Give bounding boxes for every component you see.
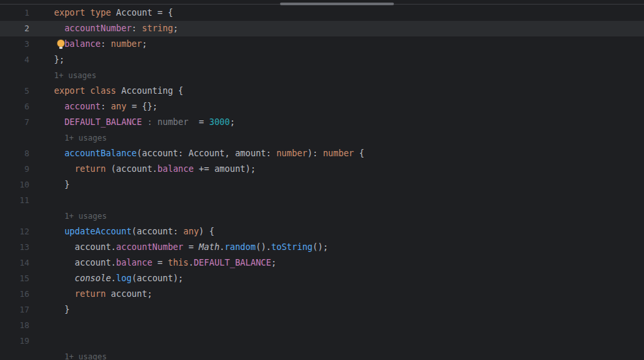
- usages-hint-row[interactable]: 1+ usages: [0, 349, 644, 360]
- token-def: ;: [230, 117, 235, 127]
- line-number[interactable]: 10: [0, 177, 29, 193]
- token-defi: console: [75, 273, 111, 283]
- token-def: }: [54, 180, 70, 189]
- line-number[interactable]: 2: [0, 21, 29, 36]
- code-line-4[interactable]: 4};: [0, 52, 644, 68]
- line-number[interactable]: 13: [0, 240, 29, 255]
- code-line-10[interactable]: 10 }: [0, 177, 644, 193]
- code-text: account.balance = this.DEFAULT_BALANCE;: [54, 255, 276, 271]
- token-def: }: [54, 305, 70, 314]
- token-kw: export class: [54, 86, 116, 96]
- token-kw: any: [184, 227, 199, 236]
- token-kw: export type: [54, 8, 111, 18]
- token-kw: return: [75, 289, 106, 299]
- code-text: }: [54, 177, 70, 193]
- line-number[interactable]: 14: [0, 255, 29, 271]
- token-def: ();: [313, 242, 328, 252]
- token-hint: : number: [142, 117, 188, 127]
- code-line-14[interactable]: 14 account.balance = this.DEFAULT_BALANC…: [0, 255, 644, 271]
- token-def: account.: [54, 258, 116, 268]
- token-field: balance: [158, 164, 194, 174]
- line-number[interactable]: 18: [0, 318, 29, 333]
- token-fn: updateAccount: [64, 227, 132, 236]
- usages-hint-row[interactable]: 1+ usages: [0, 130, 644, 146]
- token-def: :: [132, 23, 142, 33]
- line-number[interactable]: 12: [0, 224, 29, 240]
- token-def: =: [184, 242, 199, 252]
- line-number[interactable]: 3: [0, 36, 29, 52]
- line-number[interactable]: 4: [0, 52, 29, 68]
- token-kw: number: [323, 148, 354, 158]
- line-number[interactable]: 19: [0, 333, 29, 349]
- code-line-3[interactable]: 3 balance: number;: [0, 36, 644, 52]
- token-def: (account:: [132, 227, 183, 236]
- code-text: accountBalance(account: Account, amount:…: [54, 146, 364, 161]
- code-text: balance: number;: [54, 36, 147, 52]
- code-text: }: [54, 302, 70, 318]
- token-kw: number: [111, 39, 142, 49]
- code-line-1[interactable]: 1export type Account = {: [0, 5, 644, 21]
- code-text: };: [54, 52, 64, 68]
- line-number[interactable]: 11: [0, 193, 29, 208]
- line-number[interactable]: 1: [0, 5, 29, 21]
- token-kw: string: [142, 23, 173, 33]
- line-number[interactable]: 6: [0, 99, 29, 115]
- usages-hint[interactable]: 1+ usages: [64, 130, 107, 146]
- token-def: (account: Account, amount:: [137, 148, 276, 158]
- token-def: [54, 39, 64, 49]
- token-def: [54, 289, 75, 299]
- token-def: (account);: [132, 273, 183, 283]
- code-line-6[interactable]: 6 account: any = {};: [0, 99, 644, 115]
- code-line-11[interactable]: 11: [0, 193, 644, 208]
- code-text: return account;: [54, 286, 152, 302]
- token-defi: Math: [199, 242, 219, 252]
- usages-hint-row[interactable]: 1+ usages: [0, 208, 644, 224]
- code-text: export type Account = {: [54, 5, 173, 21]
- code-line-2[interactable]: 2 accountNumber: string;: [0, 21, 644, 36]
- usages-hint[interactable]: 1+ usages: [54, 68, 96, 83]
- token-def: (account.: [105, 164, 157, 174]
- code-line-16[interactable]: 16 return account;: [0, 286, 644, 302]
- token-field: balance: [64, 39, 101, 49]
- line-number[interactable]: 16: [0, 286, 29, 302]
- token-kw: return: [75, 164, 106, 174]
- token-def: ):: [307, 148, 323, 158]
- token-def: = {};: [126, 102, 158, 111]
- code-line-5[interactable]: 5export class Accounting {: [0, 83, 644, 99]
- code-line-18[interactable]: 18: [0, 318, 644, 333]
- usages-hint[interactable]: 1+ usages: [64, 208, 107, 224]
- usages-hint[interactable]: 1+ usages: [64, 349, 107, 360]
- token-fn: accountBalance: [64, 148, 137, 158]
- code-text: account: any = {};: [54, 99, 158, 115]
- token-field: accountNumber: [64, 23, 132, 33]
- token-def: Account = {: [111, 8, 173, 18]
- code-line-12[interactable]: 12 updateAccount(account: any) {: [0, 224, 644, 240]
- line-number[interactable]: 15: [0, 271, 29, 286]
- code-line-8[interactable]: 8 accountBalance(account: Account, amoun…: [0, 146, 644, 161]
- token-kw: number: [276, 148, 307, 158]
- code-line-19[interactable]: 19: [0, 333, 644, 349]
- usages-hint-row[interactable]: 1+ usages: [0, 68, 644, 83]
- line-number[interactable]: 5: [0, 83, 29, 99]
- token-field: account: [64, 102, 101, 111]
- code-line-7[interactable]: 7 DEFAULT_BALANCE : number = 3000;: [0, 115, 644, 130]
- token-def: [54, 23, 64, 33]
- line-number[interactable]: 9: [0, 161, 29, 177]
- token-def: ().: [256, 242, 272, 252]
- line-number[interactable]: 7: [0, 115, 29, 130]
- token-def: [54, 148, 64, 158]
- token-def: ) {: [199, 227, 214, 236]
- token-fn: log: [116, 273, 132, 283]
- code-line-15[interactable]: 15 console.log(account);: [0, 271, 644, 286]
- line-number[interactable]: 8: [0, 146, 29, 161]
- code-text: return (account.balance += amount);: [54, 161, 256, 177]
- line-number[interactable]: 17: [0, 302, 29, 318]
- token-def: [54, 227, 64, 236]
- token-field: DEFAULT_BALANCE: [64, 117, 142, 127]
- code-line-9[interactable]: 9 return (account.balance += amount);: [0, 161, 644, 177]
- token-def: :: [100, 39, 111, 49]
- code-line-17[interactable]: 17 }: [0, 302, 644, 318]
- code-line-13[interactable]: 13 account.accountNumber = Math.random()…: [0, 240, 644, 255]
- token-def: :: [100, 102, 111, 111]
- token-fn: random: [225, 242, 256, 252]
